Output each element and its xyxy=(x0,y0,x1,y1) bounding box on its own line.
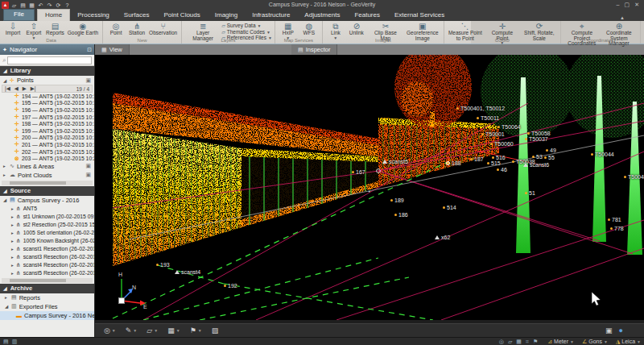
pager-prev-icon[interactable]: ◀ xyxy=(14,85,19,92)
ribbon-tab-surfaces[interactable]: Surfaces xyxy=(117,10,157,21)
expander-icon[interactable]: ▸ xyxy=(11,214,14,219)
help-icon[interactable]: ? xyxy=(64,2,71,9)
app-logo[interactable]: ▲ xyxy=(2,2,9,9)
point-list-item[interactable]: ✛201 — ANT5 (19-02-2015 10:19:48) xyxy=(0,141,94,148)
unlink-button[interactable]: ⊘Unlink xyxy=(346,22,367,36)
minimize-icon[interactable]: – xyxy=(617,1,620,9)
source-list-item[interactable]: ▸⋔1005 Set orientation (26-02-20 xyxy=(0,229,94,237)
station-button[interactable]: ⋔Station xyxy=(126,22,147,36)
tab-inspector[interactable]: ▤ Inspector xyxy=(291,44,337,55)
dynamic-input-icon[interactable]: ⚑ xyxy=(533,338,538,345)
visibility-icon[interactable]: ▣ xyxy=(85,163,93,169)
tree-node-points[interactable]: ◢ ✛ Points ▣ xyxy=(0,76,94,85)
viewport-3d[interactable]: H N E T500401, T50012T50011T50064T50001T… xyxy=(95,55,644,320)
point-style-button[interactable]: ▨ xyxy=(209,326,221,335)
new-icon[interactable]: ▱ xyxy=(10,2,18,9)
snap-toggle-icon[interactable]: ◎ xyxy=(499,338,504,345)
source-list-item[interactable]: ▸⋔ANT5 xyxy=(0,205,94,213)
ribbon-tab-home[interactable]: Home xyxy=(37,9,70,21)
section-library[interactable]: ◢ Library xyxy=(0,66,94,76)
pager-last-icon[interactable]: ▶| xyxy=(31,85,36,92)
expander-icon[interactable]: ▸ xyxy=(11,263,14,268)
render-mode-button[interactable]: ▦▼ xyxy=(165,326,182,335)
expander-icon[interactable]: ▸ xyxy=(11,231,14,235)
import-button[interactable]: ⇩Import xyxy=(2,22,23,36)
expander-icon[interactable]: ▸ xyxy=(11,222,14,227)
pager-first-icon[interactable]: |◀ xyxy=(5,85,10,92)
ribbon-tab-infrastructure[interactable]: Infrastructure xyxy=(245,10,297,21)
source-list-item[interactable]: ▸⋔scanst4 Resection (26-02-2015 xyxy=(0,261,94,269)
ribbon-tab-features[interactable]: Features xyxy=(347,10,387,21)
section-source[interactable]: ◢ Source xyxy=(0,186,94,196)
point-list-item[interactable]: ✛198 — ANT5 (19-02-2015 10:18:31) xyxy=(0,120,94,127)
osnap-toggle-icon[interactable]: ⌗ xyxy=(526,338,529,345)
ortho-toggle-icon[interactable]: ▱ xyxy=(508,338,512,345)
point-list-item[interactable]: ✛197 — ANT5 (19-02-2015 10:18:09) xyxy=(0,114,94,121)
ribbon-tab-adjustments[interactable]: Adjustments xyxy=(297,10,347,21)
expander-icon[interactable]: ◢ xyxy=(3,78,7,83)
expander-icon[interactable]: ▸ xyxy=(11,206,14,211)
leica-unit-selector[interactable]: ◮Leica▼ xyxy=(616,339,641,345)
expander-icon[interactable]: ◢ xyxy=(5,304,9,309)
open-icon[interactable]: ▤ xyxy=(19,2,27,9)
source-list-item[interactable]: ▸⋔1005 Known Backsight (26-02-2 xyxy=(0,237,94,245)
layers-status-icon[interactable]: ▥ xyxy=(12,338,18,345)
point-button[interactable]: ◎Point xyxy=(105,22,126,36)
visibility-icon[interactable]: ▣ xyxy=(85,172,93,178)
reports-button[interactable]: ▤Reports xyxy=(44,22,66,36)
tree-node-exported-files[interactable]: ◢▥Exported Files xyxy=(0,302,94,311)
filter-button[interactable]: ⚑▼ xyxy=(188,326,204,335)
snap-mode-button[interactable]: ◎▼ xyxy=(101,326,118,335)
maximize-icon[interactable]: ▢ xyxy=(625,1,630,9)
point-list-item[interactable]: ✛194 — ANT5 (19-02-2015 10:17:04) xyxy=(0,93,94,100)
pin-icon[interactable]: ⊡ xyxy=(87,47,92,53)
source-list-item[interactable]: ▸⋔scanst5 Resection (26-02-2015 xyxy=(0,269,94,277)
tab-view[interactable]: ▦ View xyxy=(95,44,130,55)
view-orientation-button[interactable]: ▱▼ xyxy=(144,326,160,335)
expander-icon[interactable]: ▸ xyxy=(5,295,9,300)
pager-next-icon[interactable]: ▶ xyxy=(23,85,27,92)
ribbon-tab-file[interactable]: File xyxy=(3,9,35,21)
source-list-item[interactable]: ▸⋔st2 Resection (25-02-2015 15:3 xyxy=(0,221,94,229)
tree-node-point-clouds[interactable]: ▸☁Point Clouds▣ xyxy=(0,171,94,180)
navigator-hscrollbar2[interactable] xyxy=(2,278,93,283)
expander-icon[interactable]: ▸ xyxy=(11,239,14,243)
section-archive[interactable]: ◢ Archive xyxy=(0,284,94,293)
point-list-item[interactable]: ✛199 — ANT5 (19-02-2015 10:18:54) xyxy=(0,127,94,135)
globe-icon[interactable]: ● xyxy=(619,326,623,335)
ribbon-tab-imaging[interactable]: Imaging xyxy=(208,10,245,21)
point-list-item[interactable]: ✛200 — ANT5 (19-02-2015 10:19:27) xyxy=(0,135,94,142)
expander-icon[interactable]: ▸ xyxy=(3,164,7,168)
wfs-button[interactable]: ◍WFS xyxy=(299,22,320,36)
tree-node-lines-areas[interactable]: ▸∿Lines & Areas▣ xyxy=(0,162,94,171)
source-list-item[interactable]: ▸⋔scanst3 Resection (26-02-2015 xyxy=(0,253,94,261)
project-status-icon[interactable]: ▤ xyxy=(3,338,9,345)
redo-icon[interactable]: ↷ xyxy=(46,2,53,9)
google-earth-button[interactable]: ◉Google Earth xyxy=(66,22,100,36)
export-button[interactable]: ⇧Export▼ xyxy=(23,22,44,39)
gons-unit-selector[interactable]: ∠Gons▼ xyxy=(582,339,608,345)
point-list-item[interactable]: ✛195 — ANT5 (19-02-2015 10:17:23) xyxy=(0,100,94,107)
expander-icon[interactable]: ▸ xyxy=(11,271,14,276)
hxip-button[interactable]: ▦HxIP▼ xyxy=(278,22,299,39)
navigator-search-input[interactable] xyxy=(7,56,92,64)
markup-button[interactable]: ✎▼ xyxy=(123,326,140,335)
observation-button[interactable]: ⑂Observation xyxy=(147,22,179,36)
chevron-up-icon[interactable]: ▲ xyxy=(620,15,625,20)
tree-node-project[interactable]: ◢ ▤ Campus Survey - 2016 xyxy=(0,196,94,205)
source-list-item[interactable]: ▸⋔st1 Unknown (20-02-2015 09:5 xyxy=(0,213,94,221)
sync-icon[interactable]: ⟳ xyxy=(55,2,62,9)
survey-data-button[interactable]: ▱Survey Data▼ xyxy=(221,23,272,29)
undo-icon[interactable]: ↶ xyxy=(37,2,44,9)
expander-icon[interactable]: ◢ xyxy=(3,197,7,202)
expander-icon[interactable]: ▸ xyxy=(11,255,14,260)
tree-node-reports[interactable]: ▸▤Reports xyxy=(0,293,94,302)
point-list-item[interactable]: ⊗203 — ANT5 (19-02-2015 10:20:44) xyxy=(0,155,94,162)
source-list-item[interactable]: ▸⋔scanst1 Resection (26-02-2015 xyxy=(0,245,94,253)
ribbon-tab-point-clouds[interactable]: Point Clouds xyxy=(156,10,207,21)
ribbon-tab-external-services[interactable]: External Services xyxy=(387,10,452,21)
ribbon-tab-processing[interactable]: Processing xyxy=(70,10,117,21)
pane-layout-icon[interactable]: ▣ xyxy=(605,326,613,335)
grid-toggle-icon[interactable]: ▦ xyxy=(516,338,522,345)
visibility-icon[interactable]: ▣ xyxy=(85,77,93,84)
